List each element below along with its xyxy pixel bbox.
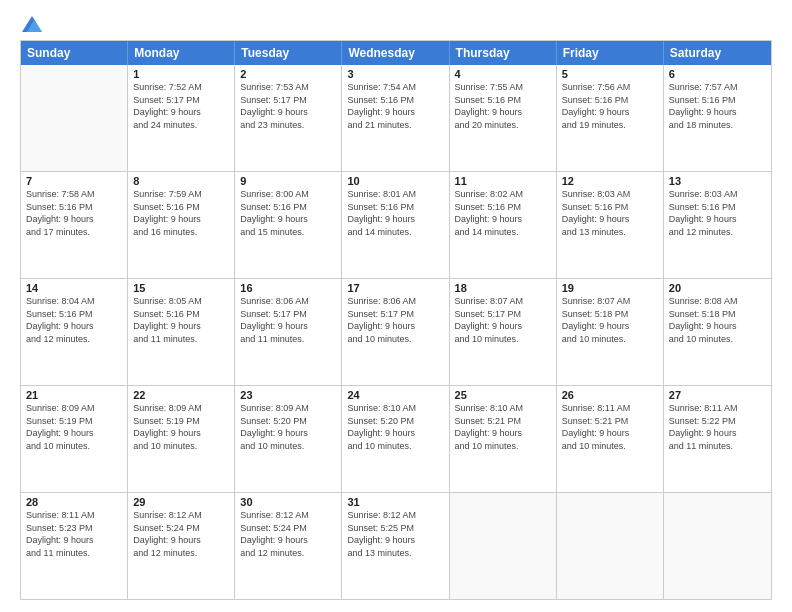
calendar-cell: 19Sunrise: 8:07 AM Sunset: 5:18 PM Dayli… <box>557 279 664 385</box>
calendar-cell: 22Sunrise: 8:09 AM Sunset: 5:19 PM Dayli… <box>128 386 235 492</box>
calendar-cell: 26Sunrise: 8:11 AM Sunset: 5:21 PM Dayli… <box>557 386 664 492</box>
day-info: Sunrise: 8:12 AM Sunset: 5:25 PM Dayligh… <box>347 509 443 559</box>
day-number: 15 <box>133 282 229 294</box>
calendar-cell: 10Sunrise: 8:01 AM Sunset: 5:16 PM Dayli… <box>342 172 449 278</box>
day-number: 16 <box>240 282 336 294</box>
day-number: 20 <box>669 282 766 294</box>
calendar-cell: 29Sunrise: 8:12 AM Sunset: 5:24 PM Dayli… <box>128 493 235 599</box>
calendar-cell: 27Sunrise: 8:11 AM Sunset: 5:22 PM Dayli… <box>664 386 771 492</box>
calendar-cell <box>450 493 557 599</box>
day-info: Sunrise: 7:54 AM Sunset: 5:16 PM Dayligh… <box>347 81 443 131</box>
day-info: Sunrise: 8:09 AM Sunset: 5:19 PM Dayligh… <box>133 402 229 452</box>
day-info: Sunrise: 7:57 AM Sunset: 5:16 PM Dayligh… <box>669 81 766 131</box>
calendar-cell: 8Sunrise: 7:59 AM Sunset: 5:16 PM Daylig… <box>128 172 235 278</box>
day-info: Sunrise: 8:08 AM Sunset: 5:18 PM Dayligh… <box>669 295 766 345</box>
day-info: Sunrise: 8:10 AM Sunset: 5:20 PM Dayligh… <box>347 402 443 452</box>
day-info: Sunrise: 8:02 AM Sunset: 5:16 PM Dayligh… <box>455 188 551 238</box>
day-info: Sunrise: 8:12 AM Sunset: 5:24 PM Dayligh… <box>133 509 229 559</box>
header <box>20 16 772 30</box>
calendar-row-1: 7Sunrise: 7:58 AM Sunset: 5:16 PM Daylig… <box>21 171 771 278</box>
day-info: Sunrise: 7:55 AM Sunset: 5:16 PM Dayligh… <box>455 81 551 131</box>
calendar-cell: 18Sunrise: 8:07 AM Sunset: 5:17 PM Dayli… <box>450 279 557 385</box>
day-number: 17 <box>347 282 443 294</box>
calendar-cell: 23Sunrise: 8:09 AM Sunset: 5:20 PM Dayli… <box>235 386 342 492</box>
calendar-cell: 4Sunrise: 7:55 AM Sunset: 5:16 PM Daylig… <box>450 65 557 171</box>
day-number: 5 <box>562 68 658 80</box>
day-number: 27 <box>669 389 766 401</box>
day-info: Sunrise: 8:03 AM Sunset: 5:16 PM Dayligh… <box>562 188 658 238</box>
calendar-cell: 12Sunrise: 8:03 AM Sunset: 5:16 PM Dayli… <box>557 172 664 278</box>
day-number: 26 <box>562 389 658 401</box>
calendar-cell <box>557 493 664 599</box>
calendar-cell: 30Sunrise: 8:12 AM Sunset: 5:24 PM Dayli… <box>235 493 342 599</box>
weekday-header-tuesday: Tuesday <box>235 41 342 65</box>
calendar-cell: 21Sunrise: 8:09 AM Sunset: 5:19 PM Dayli… <box>21 386 128 492</box>
day-number: 9 <box>240 175 336 187</box>
calendar-cell <box>21 65 128 171</box>
day-info: Sunrise: 8:01 AM Sunset: 5:16 PM Dayligh… <box>347 188 443 238</box>
day-info: Sunrise: 7:56 AM Sunset: 5:16 PM Dayligh… <box>562 81 658 131</box>
calendar-cell: 24Sunrise: 8:10 AM Sunset: 5:20 PM Dayli… <box>342 386 449 492</box>
calendar-row-4: 28Sunrise: 8:11 AM Sunset: 5:23 PM Dayli… <box>21 492 771 599</box>
day-number: 31 <box>347 496 443 508</box>
day-number: 4 <box>455 68 551 80</box>
logo-icon <box>22 16 42 32</box>
calendar-cell: 17Sunrise: 8:06 AM Sunset: 5:17 PM Dayli… <box>342 279 449 385</box>
day-number: 19 <box>562 282 658 294</box>
calendar-cell: 1Sunrise: 7:52 AM Sunset: 5:17 PM Daylig… <box>128 65 235 171</box>
day-info: Sunrise: 8:09 AM Sunset: 5:20 PM Dayligh… <box>240 402 336 452</box>
weekday-header-friday: Friday <box>557 41 664 65</box>
day-info: Sunrise: 8:07 AM Sunset: 5:17 PM Dayligh… <box>455 295 551 345</box>
calendar-cell: 9Sunrise: 8:00 AM Sunset: 5:16 PM Daylig… <box>235 172 342 278</box>
day-number: 13 <box>669 175 766 187</box>
calendar-cell: 6Sunrise: 7:57 AM Sunset: 5:16 PM Daylig… <box>664 65 771 171</box>
day-info: Sunrise: 7:59 AM Sunset: 5:16 PM Dayligh… <box>133 188 229 238</box>
day-number: 12 <box>562 175 658 187</box>
day-number: 18 <box>455 282 551 294</box>
calendar-cell: 28Sunrise: 8:11 AM Sunset: 5:23 PM Dayli… <box>21 493 128 599</box>
day-info: Sunrise: 8:11 AM Sunset: 5:21 PM Dayligh… <box>562 402 658 452</box>
day-info: Sunrise: 8:07 AM Sunset: 5:18 PM Dayligh… <box>562 295 658 345</box>
calendar-cell: 16Sunrise: 8:06 AM Sunset: 5:17 PM Dayli… <box>235 279 342 385</box>
calendar-header: SundayMondayTuesdayWednesdayThursdayFrid… <box>21 41 771 65</box>
calendar-cell: 3Sunrise: 7:54 AM Sunset: 5:16 PM Daylig… <box>342 65 449 171</box>
page: SundayMondayTuesdayWednesdayThursdayFrid… <box>0 0 792 612</box>
day-number: 28 <box>26 496 122 508</box>
day-info: Sunrise: 8:04 AM Sunset: 5:16 PM Dayligh… <box>26 295 122 345</box>
day-info: Sunrise: 8:12 AM Sunset: 5:24 PM Dayligh… <box>240 509 336 559</box>
day-number: 3 <box>347 68 443 80</box>
day-info: Sunrise: 8:10 AM Sunset: 5:21 PM Dayligh… <box>455 402 551 452</box>
day-number: 1 <box>133 68 229 80</box>
calendar-row-2: 14Sunrise: 8:04 AM Sunset: 5:16 PM Dayli… <box>21 278 771 385</box>
day-info: Sunrise: 7:52 AM Sunset: 5:17 PM Dayligh… <box>133 81 229 131</box>
weekday-header-wednesday: Wednesday <box>342 41 449 65</box>
day-info: Sunrise: 8:11 AM Sunset: 5:23 PM Dayligh… <box>26 509 122 559</box>
calendar-cell: 11Sunrise: 8:02 AM Sunset: 5:16 PM Dayli… <box>450 172 557 278</box>
day-info: Sunrise: 7:58 AM Sunset: 5:16 PM Dayligh… <box>26 188 122 238</box>
calendar-cell: 2Sunrise: 7:53 AM Sunset: 5:17 PM Daylig… <box>235 65 342 171</box>
day-info: Sunrise: 8:11 AM Sunset: 5:22 PM Dayligh… <box>669 402 766 452</box>
day-number: 30 <box>240 496 336 508</box>
day-number: 22 <box>133 389 229 401</box>
calendar-cell: 25Sunrise: 8:10 AM Sunset: 5:21 PM Dayli… <box>450 386 557 492</box>
day-number: 8 <box>133 175 229 187</box>
day-number: 24 <box>347 389 443 401</box>
calendar-cell: 13Sunrise: 8:03 AM Sunset: 5:16 PM Dayli… <box>664 172 771 278</box>
calendar-cell: 7Sunrise: 7:58 AM Sunset: 5:16 PM Daylig… <box>21 172 128 278</box>
calendar-cell: 14Sunrise: 8:04 AM Sunset: 5:16 PM Dayli… <box>21 279 128 385</box>
day-info: Sunrise: 8:06 AM Sunset: 5:17 PM Dayligh… <box>240 295 336 345</box>
day-info: Sunrise: 8:09 AM Sunset: 5:19 PM Dayligh… <box>26 402 122 452</box>
calendar-row-3: 21Sunrise: 8:09 AM Sunset: 5:19 PM Dayli… <box>21 385 771 492</box>
weekday-header-thursday: Thursday <box>450 41 557 65</box>
day-number: 2 <box>240 68 336 80</box>
day-number: 23 <box>240 389 336 401</box>
calendar-row-0: 1Sunrise: 7:52 AM Sunset: 5:17 PM Daylig… <box>21 65 771 171</box>
day-info: Sunrise: 8:00 AM Sunset: 5:16 PM Dayligh… <box>240 188 336 238</box>
calendar-cell: 5Sunrise: 7:56 AM Sunset: 5:16 PM Daylig… <box>557 65 664 171</box>
weekday-header-monday: Monday <box>128 41 235 65</box>
day-number: 21 <box>26 389 122 401</box>
day-number: 14 <box>26 282 122 294</box>
day-info: Sunrise: 7:53 AM Sunset: 5:17 PM Dayligh… <box>240 81 336 131</box>
day-number: 7 <box>26 175 122 187</box>
calendar-cell: 20Sunrise: 8:08 AM Sunset: 5:18 PM Dayli… <box>664 279 771 385</box>
